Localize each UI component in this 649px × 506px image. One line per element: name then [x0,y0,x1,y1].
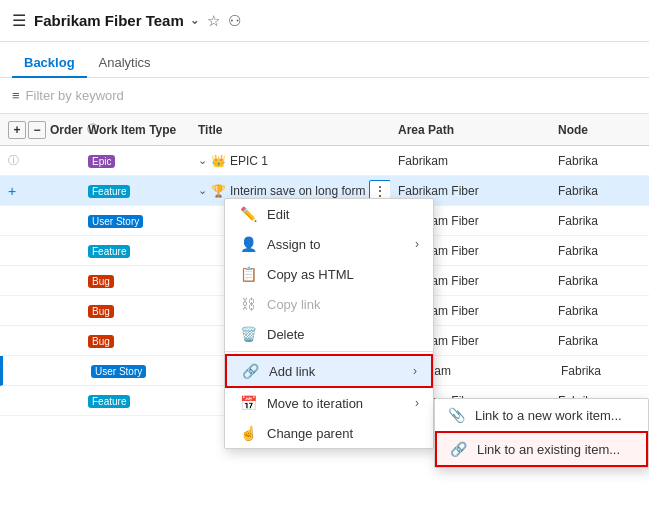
tab-backlog[interactable]: Backlog [12,49,87,78]
app-title: Fabrikam Fiber Team ⌄ [34,12,199,29]
node-cell: Fabrika [550,214,630,228]
menu-item-copy-html[interactable]: 📋 Copy as HTML [225,259,433,289]
hamburger-icon[interactable]: ☰ [12,11,26,30]
node-cell: Fabrika [550,274,630,288]
area-cell: Fabrikam [390,154,550,168]
type-cell: Feature [80,394,190,408]
type-cell: Bug [80,274,190,288]
area-cell: Fabrikam Fiber [390,184,550,198]
order-cell: ⓘ [0,153,80,168]
context-menu: ✏️ Edit 👤 Assign to › 📋 Copy as HTML ⛓ C… [224,198,434,449]
node-cell: Fabrika [550,244,630,258]
header: ☰ Fabrikam Fiber Team ⌄ ☆ ⚇ [0,0,649,42]
submenu-arrow-icon: › [415,396,419,410]
expand-arrow[interactable]: ⌄ [198,184,207,197]
type-badge: User Story [91,365,146,378]
menu-item-label: Add link [269,364,403,379]
chevron-down-icon[interactable]: ⌄ [190,14,199,27]
title-text: Interim save on long form [230,184,365,198]
menu-item-label: Move to iteration [267,396,405,411]
delete-icon: 🗑️ [239,326,257,342]
add-link-icon: 🔗 [241,363,259,379]
node-cell: Fabrika [550,304,630,318]
table-row: ⓘ Epic ⌄ 👑 EPIC 1 Fabrikam Fabrika [0,146,649,176]
title-text: EPIC 1 [230,154,268,168]
type-cell: Feature [80,244,190,258]
submenu-item-new-work-item[interactable]: 📎 Link to a new work item... [435,399,648,431]
change-parent-icon: ☝ [239,425,257,441]
existing-item-icon: 🔗 [449,441,467,457]
expand-arrow[interactable]: ⌄ [198,154,207,167]
menu-item-label: Change parent [267,426,419,441]
node-cell: Fabrika [550,154,630,168]
title-icon: 🏆 [211,184,226,198]
col-header-title: Title [190,123,390,137]
copy-html-icon: 📋 [239,266,257,282]
col-header-area: Area Path [390,123,550,137]
submenu-arrow-icon: › [415,237,419,251]
copy-link-icon: ⛓ [239,296,257,312]
node-cell: Fabrika [550,334,630,348]
type-badge: Bug [88,335,114,348]
menu-item-label: Edit [267,207,419,222]
app-title-text: Fabrikam Fiber Team [34,12,184,29]
filter-icon: ≡ [12,88,20,103]
add-row-button[interactable]: + [8,121,26,139]
node-cell: Fabrika [550,184,630,198]
nav-tabs: Backlog Analytics [0,42,649,78]
menu-separator [225,351,433,352]
filter-placeholder: Filter by keyword [26,88,124,103]
table-header: + − Order ⓘ Work Item Type Title Area Pa… [0,114,649,146]
remove-row-button[interactable]: − [28,121,46,139]
type-badge: Feature [88,185,130,198]
type-cell: Bug [80,334,190,348]
submenu-item-label: Link to a new work item... [475,408,622,423]
edit-icon: ✏️ [239,206,257,222]
filter-bar: ≡ Filter by keyword [0,78,649,114]
type-badge: Feature [88,245,130,258]
type-badge: Feature [88,395,130,408]
submenu-item-label: Link to an existing item... [477,442,620,457]
type-cell: Bug [80,304,190,318]
col-header-node: Node [550,123,630,137]
type-cell: Feature [80,184,190,198]
order-label: Order [50,123,83,137]
type-cell: Epic [80,154,190,168]
title-cell: ⌄ 👑 EPIC 1 [190,154,390,168]
menu-item-add-link[interactable]: 🔗 Add link › [225,354,433,388]
type-badge: User Story [88,215,143,228]
menu-item-label: Delete [267,327,419,342]
menu-item-label: Assign to [267,237,405,252]
menu-item-change-parent[interactable]: ☝ Change parent [225,418,433,448]
title-icon: 👑 [211,154,226,168]
new-work-item-icon: 📎 [447,407,465,423]
type-badge: Epic [88,155,115,168]
menu-item-move-iteration[interactable]: 📅 Move to iteration › [225,388,433,418]
type-cell: User Story [80,214,190,228]
submenu-arrow-icon: › [413,364,417,378]
menu-item-copy-link: ⛓ Copy link [225,289,433,319]
submenu-item-existing-item[interactable]: 🔗 Link to an existing item... [435,431,648,467]
move-iteration-icon: 📅 [239,395,257,411]
menu-item-label: Copy link [267,297,419,312]
menu-item-delete[interactable]: 🗑️ Delete [225,319,433,349]
tab-analytics[interactable]: Analytics [87,49,163,78]
menu-item-label: Copy as HTML [267,267,419,282]
people-icon[interactable]: ⚇ [228,12,241,30]
info-icon: ⓘ [8,153,19,168]
node-cell: Fabrika [553,364,633,378]
col-header-order: + − Order ⓘ [0,121,80,139]
type-badge: Bug [88,305,114,318]
order-cell: + [0,183,80,199]
plus-icon[interactable]: + [8,183,16,199]
assign-icon: 👤 [239,236,257,252]
menu-item-edit[interactable]: ✏️ Edit [225,199,433,229]
star-icon[interactable]: ☆ [207,12,220,30]
submenu: 📎 Link to a new work item... 🔗 Link to a… [434,398,649,468]
menu-item-assign[interactable]: 👤 Assign to › [225,229,433,259]
col-header-type: Work Item Type [80,123,190,137]
type-badge: Bug [88,275,114,288]
type-cell: User Story [83,364,193,378]
